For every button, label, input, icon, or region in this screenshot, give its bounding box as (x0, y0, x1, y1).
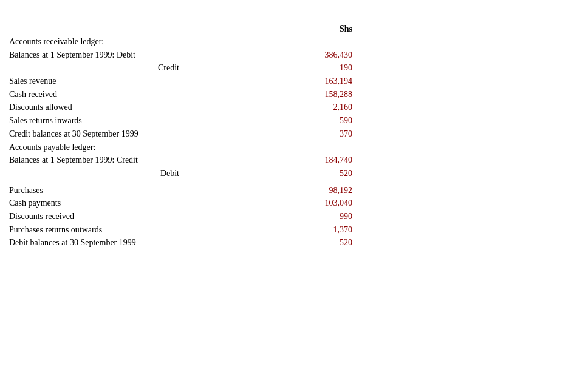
row-value: 184,740 (304, 154, 352, 167)
shs-header: Shs (304, 24, 352, 34)
row-value: 520 (304, 236, 352, 249)
table-row: Credit balances at 30 September 1999370 (9, 127, 352, 141)
main-content: Shs Accounts receivable ledger:Balances … (0, 12, 364, 262)
row-value: 990 (304, 210, 352, 223)
row-value: 158,288 (304, 88, 352, 101)
table-row: Balances at 1 September 1999: Debit386,4… (9, 49, 352, 62)
row-value: 386,430 (304, 49, 352, 62)
row-label: Sales returns inwards (9, 114, 304, 127)
row-label: Credit (9, 61, 191, 75)
row-label: Balances at 1 September 1999: Credit (9, 154, 304, 167)
table-row: Sales returns inwards590 (9, 114, 352, 127)
table-row: Discounts allowed2,160 (9, 101, 352, 114)
table-row: Cash received158,288 (9, 88, 352, 101)
table-row: Purchases98,192 (9, 184, 352, 197)
row-value: 1,370 (304, 223, 352, 237)
row-label: Discounts received (9, 210, 304, 223)
row-value: 190 (304, 61, 352, 75)
row-label: Accounts payable ledger: (9, 141, 352, 154)
table-row: Discounts received990 (9, 210, 352, 223)
row-label: Cash received (9, 88, 304, 101)
row-value: 103,040 (304, 197, 352, 210)
row-label: Sales revenue (9, 75, 304, 88)
row-label: Balances at 1 September 1999: Debit (9, 49, 304, 62)
row-label: Cash payments (9, 197, 304, 210)
row-value: 370 (304, 127, 352, 141)
row-label: Debit (9, 167, 191, 180)
table-row: Cash payments103,040 (9, 197, 352, 210)
table-row: Sales revenue163,194 (9, 75, 352, 88)
table-row: Accounts payable ledger: (9, 141, 352, 154)
column-header: Shs (9, 24, 352, 34)
row-value: 2,160 (304, 101, 352, 114)
table-row: Purchases returns outwards1,370 (9, 223, 352, 237)
row-value: 98,192 (304, 184, 352, 197)
row-label: Discounts allowed (9, 101, 304, 114)
row-value: 163,194 (304, 75, 352, 88)
table-row: Debit520 (9, 167, 352, 180)
row-label: Accounts receivable ledger: (9, 35, 352, 49)
row-label: Credit balances at 30 September 1999 (9, 127, 304, 141)
table-row: Debit balances at 30 September 1999520 (9, 236, 352, 249)
row-value: 520 (304, 167, 352, 180)
row-value: 590 (304, 114, 352, 127)
row-label: Purchases (9, 184, 304, 197)
row-label: Debit balances at 30 September 1999 (9, 236, 304, 249)
row-label: Purchases returns outwards (9, 223, 304, 237)
table-row: Accounts receivable ledger: (9, 35, 352, 49)
table-row: Balances at 1 September 1999: Credit184,… (9, 154, 352, 167)
table-row: Credit190 (9, 61, 352, 75)
